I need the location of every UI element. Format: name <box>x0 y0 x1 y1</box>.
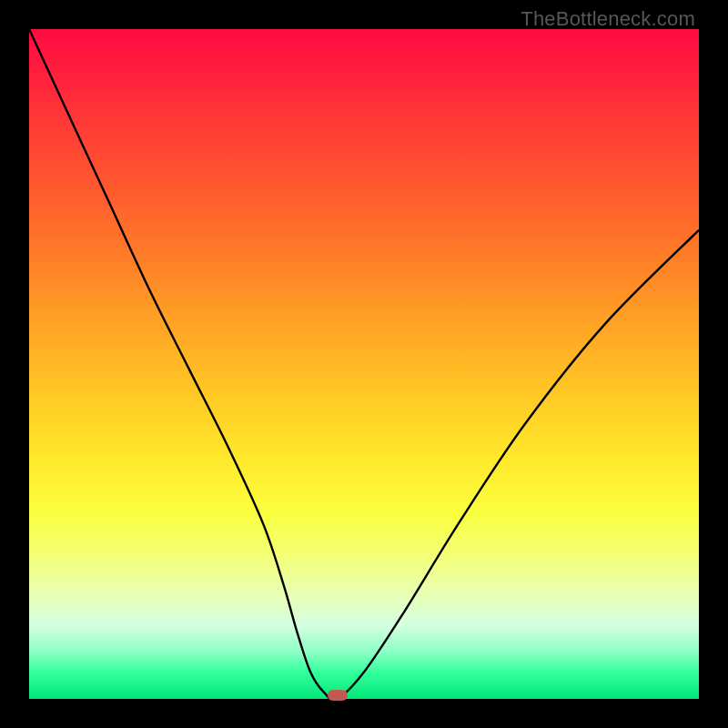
minimum-marker <box>328 690 348 701</box>
plot-area <box>29 29 699 699</box>
chart-frame: TheBottleneck.com <box>0 0 728 728</box>
curve-svg <box>29 29 699 699</box>
bottleneck-curve-path <box>29 29 699 699</box>
watermark-label: TheBottleneck.com <box>521 7 695 31</box>
